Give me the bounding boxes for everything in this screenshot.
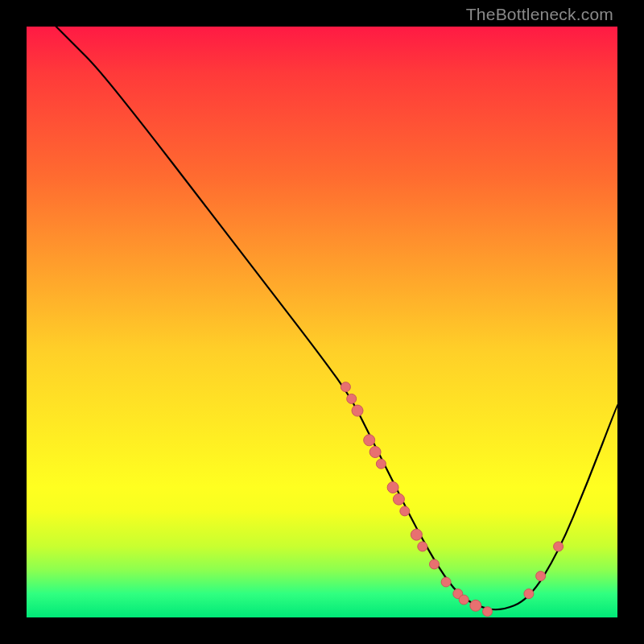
highlight-dot [441,577,451,587]
highlight-dot [376,459,386,469]
highlight-dot [459,595,469,605]
highlight-dot [347,394,357,403]
highlight-dot [364,435,375,446]
highlight-dot [387,482,398,493]
highlight-dot [470,600,481,611]
highlight-dots [341,382,563,617]
highlight-dot [418,542,427,551]
highlight-dot [393,493,404,505]
highlight-dot [524,589,534,599]
highlight-dot [536,572,546,581]
highlight-dot [352,405,363,416]
highlight-dot [369,447,381,458]
bottleneck-curve [56,27,617,609]
highlight-dot [554,542,564,551]
highlight-dot [341,382,350,392]
highlight-dot [430,559,440,569]
highlight-dot [411,529,422,540]
chart-frame [27,27,617,617]
highlight-dot [400,506,410,516]
chart-svg [27,27,617,617]
watermark-text: TheBottleneck.com [466,5,613,24]
highlight-dot [483,607,493,617]
